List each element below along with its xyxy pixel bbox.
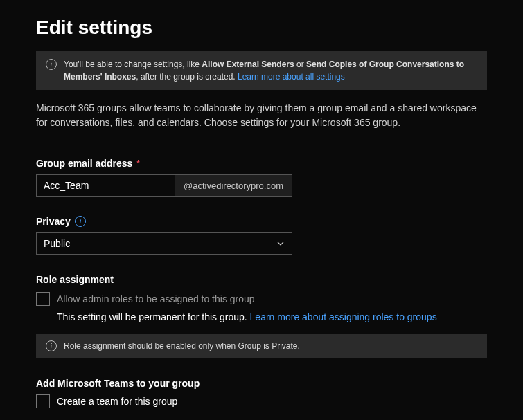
teams-section: Add Microsoft Teams to your group Create…: [36, 378, 487, 408]
allow-admin-roles-label: Allow admin roles to be assigned to this…: [57, 293, 255, 304]
role-learn-more-link[interactable]: Learn more about assigning roles to grou…: [250, 311, 437, 322]
info-banner: i You'll be able to change settings, lik…: [36, 51, 487, 90]
page-description: Microsoft 365 groups allow teams to coll…: [36, 101, 487, 130]
privacy-section: Privacy i Public: [36, 216, 487, 255]
chevron-down-icon: [276, 239, 285, 248]
info-banner-link[interactable]: Learn more about all settings: [238, 72, 345, 82]
role-permanent-note: This setting will be permanent for this …: [57, 311, 487, 322]
info-banner-text: You'll be able to change settings, like …: [64, 58, 477, 83]
role-assignment-section: Role assignment Allow admin roles to be …: [36, 274, 487, 358]
group-email-domain: @activedirectorypro.com: [175, 175, 292, 196]
teams-heading: Add Microsoft Teams to your group: [36, 378, 487, 389]
privacy-select[interactable]: Public: [36, 232, 292, 255]
info-icon[interactable]: i: [75, 216, 86, 227]
required-indicator: *: [136, 158, 140, 168]
info-icon: i: [46, 58, 57, 71]
info-icon: i: [46, 340, 57, 351]
create-team-checkbox[interactable]: [36, 394, 50, 408]
privacy-value: Public: [44, 238, 70, 249]
group-email-input[interactable]: [37, 175, 175, 196]
role-assignment-heading: Role assignment: [36, 274, 487, 285]
allow-admin-roles-checkbox[interactable]: [36, 292, 50, 306]
role-warning-banner: i Role assignment should be enabled only…: [36, 334, 487, 358]
page-title: Edit settings: [36, 17, 487, 39]
create-team-label: Create a team for this group: [57, 396, 177, 407]
group-email-field: @activedirectorypro.com: [36, 174, 292, 197]
role-warning-text: Role assignment should be enabled only w…: [64, 341, 300, 351]
group-email-label: Group email address: [36, 158, 132, 169]
privacy-label: Privacy: [36, 216, 71, 227]
group-email-section: Group email address * @activedirectorypr…: [36, 158, 487, 197]
